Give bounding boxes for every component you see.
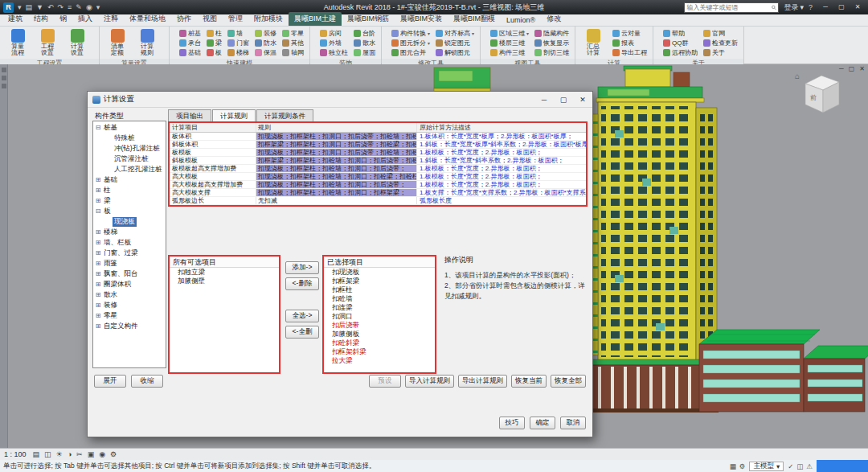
list-item[interactable]: 扣连梁 xyxy=(324,303,435,312)
ribbon-button[interactable]: 柱 ▾ xyxy=(205,28,223,38)
quick-access-icon[interactable]: ◉ xyxy=(86,0,92,14)
footer-button[interactable]: 预设 xyxy=(369,375,401,388)
tree-item[interactable]: ⊟ 桩基 xyxy=(93,122,166,133)
rule-cell[interactable]: 扣现浇板；扣框架柱；扣砼墙；扣洞口；扣后浇带； xyxy=(256,165,417,172)
ribbon-button[interactable]: 检查更新 ▾ xyxy=(702,38,739,47)
view-control-icon[interactable]: ☀ xyxy=(56,450,63,458)
tree-item[interactable]: ⊟ 板 xyxy=(93,206,166,216)
maximize-button[interactable]: ▢ xyxy=(833,0,850,14)
workset-selector[interactable]: 主模型 ▾ xyxy=(749,462,784,471)
tree-expander-icon[interactable]: ⊞ xyxy=(95,187,101,194)
tree-expander-icon[interactable]: ⊟ xyxy=(95,207,101,215)
tree-expander-icon[interactable]: ⊞ xyxy=(95,228,101,236)
ribbon-button[interactable]: 报表 ▾ xyxy=(611,38,649,47)
ribbon-button[interactable]: 承台 ▾ xyxy=(178,38,203,47)
quick-access-icon[interactable]: ✎ xyxy=(76,0,82,14)
tree-item[interactable]: ⊞ 自定义构件 xyxy=(93,321,166,331)
ribbon-tab[interactable]: 协作 xyxy=(171,12,197,26)
rule-cell[interactable]: 无扣减 xyxy=(256,197,417,204)
collapse-button[interactable]: 收缩 xyxy=(131,375,163,388)
search-input[interactable] xyxy=(686,4,770,11)
tree-item[interactable]: ⊞ 飘窗、阳台 xyxy=(93,269,166,279)
help-icon[interactable]: ? xyxy=(809,0,813,14)
rule-cell[interactable]: 扣现浇板；扣框架柱；扣砼墙；扣洞口；扣砼梁；扣砼柱 xyxy=(256,173,417,180)
ribbon-button[interactable]: 楼梯 ▾ xyxy=(226,47,251,57)
status-icon[interactable]: ▦ xyxy=(730,462,736,470)
ribbon-button[interactable]: 恢复显示 ▾ xyxy=(533,38,571,47)
list-item[interactable]: 扣洞口 xyxy=(324,312,435,321)
drawing-area[interactable]: ⌂ 前 ─ ▢ ✕ 计算设置 ─ ▢ ✕ 构件类型 xyxy=(0,64,868,448)
tree-item[interactable]: ⊞ 圈梁体积 xyxy=(93,279,166,289)
tree-item[interactable]: 特殊桩 xyxy=(93,133,166,143)
rule-cell[interactable]: 扣现浇板；扣框架柱；扣砼墙；扣洞口；扣后浇带； xyxy=(256,181,417,188)
ribbon-button[interactable]: 装修 ▾ xyxy=(253,28,278,38)
quick-access-icon[interactable]: ▤ xyxy=(26,0,33,14)
dialog-close-button[interactable]: ✕ xyxy=(573,92,592,108)
footer-button[interactable]: 恢复当前 xyxy=(511,375,547,388)
ribbon-button[interactable]: 台阶 ▾ xyxy=(352,28,377,38)
tree-item[interactable]: 冲(钻)孔灌注桩 xyxy=(93,143,166,154)
list-item[interactable]: 扣框架斜梁 xyxy=(324,347,435,356)
ribbon-button[interactable]: 房间 ▾ xyxy=(318,28,350,38)
view-control-icon[interactable]: ◑ xyxy=(68,450,72,458)
quick-access-icon[interactable]: ↶ xyxy=(47,0,54,14)
ribbon-tab[interactable]: 视图 xyxy=(197,12,223,26)
status-icon[interactable]: ✓ xyxy=(788,462,793,470)
view-restore-icon[interactable]: ▢ xyxy=(849,65,855,72)
list-item[interactable]: 扣框柱 xyxy=(324,285,435,294)
tree-expander-icon[interactable]: ⊞ xyxy=(95,260,101,267)
view-control-icon[interactable]: ◫ xyxy=(44,450,51,458)
ribbon-button[interactable]: 隐藏构件 ▾ xyxy=(533,28,571,38)
ribbon-button[interactable]: 门窗 ▾ xyxy=(226,38,251,47)
status-icon[interactable]: ◫ xyxy=(796,462,803,470)
ribbon-tab[interactable]: 晨曦BIM土建 xyxy=(289,12,342,26)
tree-item[interactable]: ⊞ 楼梯 xyxy=(93,227,166,237)
table-row[interactable]: 弧形板边长 无扣减 弧形板长度 xyxy=(170,197,586,205)
view-control-icon[interactable]: ✂ xyxy=(76,450,83,458)
table-row[interactable]: 斜板模板 扣框架梁；扣框架柱；扣砼墙；扣洞口；扣后浇带；扣砼柱 1.斜板：长度*… xyxy=(170,157,586,165)
ribbon-button[interactable]: 清单 定额 xyxy=(104,29,131,56)
tree-item[interactable]: ⊞ 装修 xyxy=(93,300,166,310)
tree-item[interactable]: ⊞ 门窗、过梁 xyxy=(93,248,166,258)
ribbon-tab[interactable]: 管理 xyxy=(223,12,248,26)
table-row[interactable]: 高大模板超高支撑增加费 扣现浇板；扣框架柱；扣砼墙；扣洞口；扣后浇带； 1.板模… xyxy=(170,181,586,189)
ribbon-button[interactable]: 区域三维 ▾ xyxy=(489,28,530,38)
ribbon-tab[interactable]: Lumion® xyxy=(501,14,541,26)
quick-access-icon[interactable]: ≡ xyxy=(68,0,72,14)
tree-item[interactable]: 现浇板 xyxy=(93,216,166,227)
tree-item[interactable]: 沉管灌注桩 xyxy=(93,154,166,164)
ribbon-button[interactable]: 梁 ▾ xyxy=(205,38,223,47)
ribbon-button[interactable]: 对齐标高 ▾ xyxy=(434,28,476,38)
ribbon-tab[interactable]: 注释 xyxy=(98,12,124,26)
ribbon-button[interactable]: QQ群 ▾ xyxy=(661,38,699,47)
view-close-icon[interactable]: ✕ xyxy=(859,65,865,72)
viewcube[interactable]: ⌂ 前 xyxy=(794,69,845,121)
tree-expander-icon[interactable]: ⊞ xyxy=(95,270,101,277)
ribbon-button[interactable]: 外墙 ▾ xyxy=(318,38,350,47)
view-scale[interactable]: 1 : 100 xyxy=(4,450,27,458)
table-row[interactable]: 斜板体积 扣框架梁；扣框架柱；扣洞口；扣后浇带；扣砼梁；扣砼柱 1.斜板：长度*… xyxy=(170,141,586,149)
ribbon-button[interactable]: 零星 ▾ xyxy=(280,28,305,38)
rule-cell[interactable]: 扣框架梁；扣框架柱；扣砼墙；扣洞口；扣后浇带；扣砼柱 xyxy=(256,157,417,164)
transfer-button[interactable]: 添加-> xyxy=(285,261,319,274)
view-control-icon[interactable]: ◉ xyxy=(99,450,105,458)
ribbon-tab[interactable]: 晨曦BIM钢筋 xyxy=(342,12,395,26)
list-item[interactable]: 拉大梁 xyxy=(324,356,435,365)
dialog-button[interactable]: 取消 xyxy=(560,417,586,429)
tree-expander-icon[interactable]: ⊞ xyxy=(95,312,101,319)
revit-logo-icon[interactable]: R xyxy=(3,2,14,13)
tree-expander-icon[interactable]: ⊞ xyxy=(95,281,101,288)
ribbon-button[interactable]: 剖切三维 ▾ xyxy=(533,47,571,57)
tree-item[interactable]: ⊞ 散水 xyxy=(93,289,166,300)
table-row[interactable]: 板模板超高支撑增加费 扣现浇板；扣框架柱；扣砼墙；扣洞口；扣后浇带； 1.板模板… xyxy=(170,165,586,173)
ribbon-button[interactable]: 官网 ▾ xyxy=(702,28,739,38)
ribbon-tab[interactable]: 晨曦BIM安装 xyxy=(395,12,448,26)
view-control-icon[interactable]: ▤ xyxy=(33,450,40,458)
tree-expander-icon[interactable]: ⊞ xyxy=(95,302,101,309)
tree-expander-icon[interactable]: ⊞ xyxy=(95,322,101,330)
rule-cell[interactable]: 扣框架梁；扣框架柱；扣洞口；扣后浇带；扣砼梁；扣砼柱 xyxy=(256,141,417,148)
tree-expander-icon[interactable]: ⊞ xyxy=(95,197,101,204)
rule-cell[interactable]: 扣现浇板；扣框架柱；扣洞口；扣后浇带；扣砼墙；扣砼柱 xyxy=(256,149,417,156)
tree-item[interactable]: ⊞ 雨篷 xyxy=(93,258,166,269)
ribbon-button[interactable]: 桩基 ▾ xyxy=(178,28,203,38)
